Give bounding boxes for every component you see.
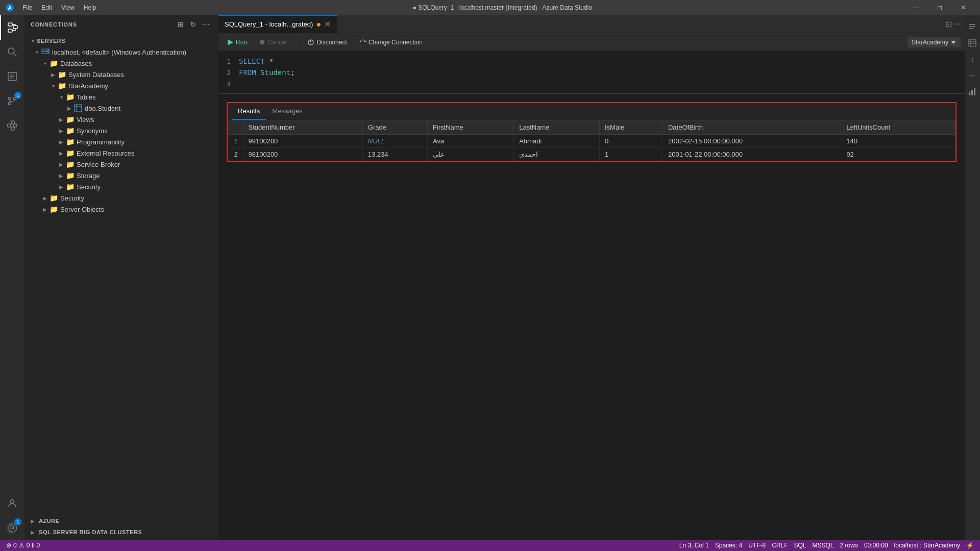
minimize-button[interactable]: — <box>904 0 928 15</box>
status-spaces[interactable]: Spaces: 4 <box>715 542 742 549</box>
activity-account-icon[interactable] <box>0 491 24 515</box>
status-cursor[interactable]: Ln 3, Col 1 <box>679 542 709 549</box>
tab-close-button[interactable]: ✕ <box>324 19 331 29</box>
sidebar-item-security[interactable]: ▶ 📁 Security <box>24 192 218 204</box>
col-header-firstname: FirstName <box>427 120 513 135</box>
status-language[interactable]: SQL <box>794 542 806 549</box>
more-editor-actions-icon[interactable]: ··· <box>954 19 961 29</box>
svg-rect-2 <box>8 23 12 26</box>
ext-resources-folder-icon: 📁 <box>65 148 75 158</box>
right-icon-3[interactable]: ↕ <box>965 52 979 66</box>
row-1-firstname: Ava <box>427 135 513 148</box>
status-encoding[interactable]: UTF-8 <box>748 542 766 549</box>
sidebar-item-tables[interactable]: ▾ 📁 Tables <box>24 91 218 103</box>
status-errors[interactable]: ⊗ 0 ⚠ 0 ℹ 0 <box>6 542 40 549</box>
database-dropdown[interactable]: StarAcademy <box>908 37 961 47</box>
synonyms-chevron-icon: ▶ <box>57 127 65 135</box>
more-actions-icon[interactable]: ··· <box>201 19 212 30</box>
bigdata-chevron-icon: ▶ <box>31 530 39 535</box>
col-header-lastname: LastName <box>514 120 600 135</box>
row-2-grade: 13.234 <box>362 148 427 161</box>
activity-search-icon[interactable] <box>0 40 24 64</box>
views-folder-icon: 📁 <box>65 115 75 124</box>
svg-rect-33 <box>260 40 264 44</box>
sidebar-item-views[interactable]: ▶ 📁 Views <box>24 114 218 125</box>
tab-results[interactable]: Results <box>232 103 266 120</box>
sidebar-item-storage[interactable]: ▶ 📁 Storage <box>24 170 218 181</box>
sidebar-item-databases[interactable]: ▾ 📁 Databases <box>24 58 218 69</box>
right-icon-chart[interactable] <box>965 85 979 99</box>
right-icon-2[interactable] <box>965 36 979 50</box>
row-2-ismale: 1 <box>599 148 663 161</box>
row-2-studentnumber: 98100200 <box>243 148 362 161</box>
svg-line-10 <box>14 54 17 57</box>
restore-button[interactable]: ◻ <box>928 0 951 15</box>
sidebar-item-bigdata[interactable]: ▶ SQL SERVER BIG DATA CLUSTERS <box>24 527 218 538</box>
svg-rect-21 <box>11 127 14 130</box>
programmability-chevron-icon: ▶ <box>57 138 65 146</box>
status-dialect[interactable]: MSSQL <box>813 542 834 549</box>
connections-title: CONNECTIONS <box>31 21 77 28</box>
sidebar-item-dbo-student[interactable]: ▶ dbo.Student <box>24 103 218 114</box>
server-objects-label: Server Objects <box>60 206 104 213</box>
sidebar-item-systemdb[interactable]: ▶ 📁 System Databases <box>24 69 218 80</box>
svg-rect-46 <box>971 90 973 95</box>
storage-label: Storage <box>77 172 100 180</box>
close-button[interactable]: ✕ <box>951 0 975 15</box>
sidebar-item-external-resources[interactable]: ▶ 📁 External Resources <box>24 147 218 159</box>
sidebar-item-server-objects[interactable]: ▶ 📁 Server Objects <box>24 204 218 215</box>
sidebar-item-service-broker[interactable]: ▶ 📁 Service Broker <box>24 159 218 170</box>
activity-connections-icon[interactable] <box>0 15 24 40</box>
sidebar-item-localhost[interactable]: ▾ localhost, <default> (Windows Authenti… <box>24 46 218 58</box>
row-1-dateofbirth: 2002-02-15 00:00:00.000 <box>663 135 841 148</box>
activity-extensions-icon[interactable] <box>0 113 24 138</box>
activity-git-icon[interactable]: 1 <box>0 89 24 113</box>
service-broker-label: Service Broker <box>77 161 120 168</box>
refresh-icon[interactable]: ↻ <box>188 19 199 30</box>
sidebar-item-security-db[interactable]: ▶ 📁 Security <box>24 181 218 192</box>
right-icon-4[interactable]: ↔ <box>965 68 979 83</box>
title-bar-left: A File Edit View Help <box>5 3 101 12</box>
status-time: 00:00:00 <box>864 542 888 549</box>
cancel-button[interactable]: Cancel <box>255 37 290 47</box>
programmability-folder-icon: 📁 <box>65 137 75 146</box>
status-right: Ln 3, Col 1 Spaces: 4 UTF-8 CRLF SQL MSS… <box>679 542 974 549</box>
security-folder-icon: 📁 <box>49 193 58 203</box>
new-connection-icon[interactable]: ⊞ <box>175 19 186 30</box>
activity-explorer-icon[interactable] <box>0 64 24 89</box>
sidebar-item-azure[interactable]: ▶ AZURE <box>24 515 218 527</box>
views-label: Views <box>77 116 94 123</box>
editor-tab[interactable]: SQLQuery_1 - localh...grated) ● ✕ <box>218 15 337 33</box>
run-button[interactable]: Run <box>223 37 251 47</box>
sidebar-item-programmability[interactable]: ▶ 📁 Programmability <box>24 136 218 147</box>
col-header-rownum <box>228 120 243 135</box>
change-connection-button[interactable]: Change Connection <box>355 37 427 47</box>
status-eol[interactable]: CRLF <box>772 542 788 549</box>
activity-settings-icon[interactable]: 1 <box>0 515 24 540</box>
status-connection[interactable]: localhost : StarAcademy <box>894 542 960 549</box>
split-editor-icon[interactable]: ⊡ <box>945 19 952 29</box>
sidebar: CONNECTIONS ⊞ ↻ ··· ▾ SERVERS ▾ <box>24 15 218 540</box>
settings-badge: 1 <box>14 518 21 525</box>
window-title: ● SQLQuery_1 - localhost.master (Integra… <box>413 4 592 11</box>
synonyms-folder-icon: 📁 <box>65 126 75 135</box>
row-2-lastname: احمدی <box>514 148 600 161</box>
svg-rect-29 <box>75 105 82 112</box>
toolbar-separator <box>297 37 297 47</box>
tab-messages[interactable]: Messages <box>266 103 308 120</box>
code-line-3: 3 <box>218 78 965 89</box>
sidebar-item-synonyms[interactable]: ▶ 📁 Synonyms <box>24 125 218 136</box>
right-icon-1[interactable] <box>965 19 979 34</box>
row-2-dateofbirth: 2001-01-22 00:00:00.000 <box>663 148 841 161</box>
menu-help[interactable]: Help <box>80 3 101 12</box>
menu-view[interactable]: View <box>57 3 79 12</box>
error-icon: ⊗ <box>6 542 11 549</box>
sidebar-item-staracademy[interactable]: ▾ 📁 StarAcademy <box>24 80 218 91</box>
code-editor[interactable]: 1 SELECT * 2 FROM Student; 3 <box>218 52 965 94</box>
servers-section[interactable]: ▾ SERVERS <box>24 35 218 46</box>
menu-file[interactable]: File <box>18 3 36 12</box>
tab-modified-dot: ● <box>316 20 321 29</box>
disconnect-button[interactable]: Disconnect <box>303 37 351 47</box>
menu-edit[interactable]: Edit <box>37 3 56 12</box>
security-chevron-icon: ▶ <box>41 194 49 202</box>
